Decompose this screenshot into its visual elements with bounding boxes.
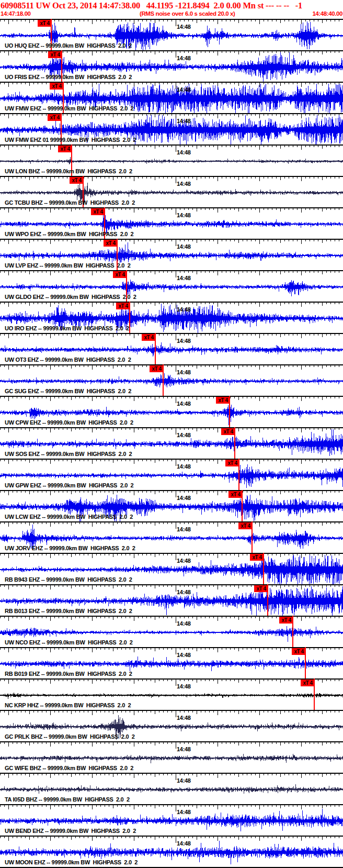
pick-flag[interactable]: xT 4 [50, 83, 64, 90]
pick-flag[interactable]: xT 4 [48, 51, 62, 58]
axis-ticks [1, 553, 343, 560]
pick-flag[interactable]: xT 4 [142, 334, 156, 341]
pick-flag[interactable]: xT 4 [116, 303, 130, 309]
minute-label: 14:48 [177, 495, 191, 501]
station-label: RB B019 EHZ -- 99999.0km BW HIGHPASS 2.0… [5, 671, 132, 677]
minute-label: 14:48 [177, 809, 191, 815]
axis-ticks [1, 805, 343, 811]
pick-flag[interactable]: xT 4 [58, 146, 72, 152]
minute-label: 14:48 [177, 715, 191, 721]
pick-flag[interactable]: xT 4 [225, 460, 239, 466]
waveform-trace [1, 693, 343, 699]
minute-label: 14:48 [177, 778, 191, 784]
pick-flag[interactable]: xT 4 [301, 680, 315, 686]
minute-label: 14:48 [177, 558, 191, 564]
station-label: UW FMW EHZ -- 99999.0km BW HIGHPASS 2.0 … [5, 106, 133, 112]
station-label: UW WPO EHZ -- 99999.0km BW HIGHPASS 2.0 … [5, 231, 133, 237]
station-label: GC SUG EHZ -- 99999.0km BW HIGHPASS 2.0 … [5, 388, 131, 394]
station-label: GC WIFE BHZ -- 99999.0km BW HIGHPASS 2.0… [5, 765, 133, 771]
pick-flag[interactable]: xT 4 [216, 397, 230, 404]
minute-label: 14:48 [177, 589, 191, 595]
axis-ticks [1, 742, 343, 749]
axis-ticks [1, 679, 343, 686]
trace-row: xT 414:48RB B943 EHZ -- 99999.0km BW HIG… [0, 553, 343, 584]
minute-label: 14:48 [177, 432, 191, 438]
axis-ticks [1, 239, 343, 246]
trace-row: xT 414:48GC SUG EHZ -- 99999.0km BW HIGH… [0, 364, 343, 396]
event-header: 60908511 UW Oct 23, 2014 14:47:38.00 44.… [1, 1, 343, 11]
minute-label: 14:48 [177, 181, 191, 187]
scale-note: (RMS noise over 6.0 s scaled 20.0 x) [140, 10, 235, 17]
axis-ticks [1, 365, 343, 372]
station-label: GC TCBU BHZ -- 99999.0km BW HIGHPASS 2.0… [5, 200, 135, 206]
axis-ticks [1, 459, 343, 466]
axis-ticks [1, 271, 343, 277]
trace-row: 14:48TA I05D BHZ -- 99999.0km BW HIGHPAS… [0, 773, 343, 804]
trace-row: xT 414:48UW LON BHZ -- 99999.0km BW HIGH… [0, 144, 343, 176]
minute-label: 14:48 [177, 370, 191, 375]
axis-ticks [1, 302, 343, 309]
minute-label: 14:48 [177, 150, 191, 155]
trace-row: xT 414:48UO IRO EHZ -- 99999.0km BW HIGH… [0, 302, 343, 333]
axis-ticks [1, 176, 343, 183]
waveform-trace [1, 784, 343, 794]
pick-flag[interactable]: xT 4 [48, 114, 62, 121]
pick-flag[interactable]: xT 4 [91, 208, 105, 215]
pick-flag[interactable]: xT 4 [113, 271, 127, 278]
station-label: TA I05D BHZ -- 99999.0km BW HIGHPASS 2.0… [5, 797, 130, 803]
trace-row: xT 414:48UO FRIS EHZ -- 99999.0km BW HIG… [0, 50, 343, 82]
station-label: UW GPW EHZ -- 99999.0km BW HIGHPASS 2.0 … [5, 483, 133, 488]
trace-row: 14:48UW BEND EHZ -- 99999.0km BW HIGHPAS… [0, 804, 343, 836]
trace-row: xT 414:48UW SOS EHZ -- 99999.0km BW HIGH… [0, 427, 343, 459]
minute-label: 14:48 [177, 652, 191, 658]
axis-ticks [1, 145, 343, 152]
pick-flag[interactable]: xT 4 [150, 365, 164, 372]
pick-flag[interactable]: xT 4 [254, 585, 268, 592]
station-label: UW LCW EHZ -- 99999.0km BW HIGHPASS 2.0 … [5, 514, 133, 520]
pick-flag[interactable]: xT 4 [228, 491, 243, 498]
waveform-trace [1, 157, 343, 165]
minute-label: 14:48 [177, 87, 191, 93]
pick-flag[interactable]: xT 4 [279, 617, 293, 624]
station-label: UW OT3 EHZ -- 99999.0km BW HIGHPASS 2.0 … [5, 357, 131, 363]
trace-row: xT 414:48UW LCW EHZ -- 99999.0km BW HIGH… [0, 490, 343, 521]
trace-row: xT 414:48UW FMW EHZ -- 99999.0km BW HIGH… [0, 82, 343, 113]
station-label: UO HUQ EHZ -- 99999.0km BW HIGHPASS 2.0 … [5, 43, 132, 49]
pick-flag[interactable]: xT 4 [292, 648, 306, 655]
minute-label: 14:48 [177, 118, 191, 124]
window-end-time: 14:48:40.00 [312, 10, 342, 17]
axis-ticks [1, 333, 343, 340]
waveform-trace [1, 754, 343, 763]
minute-label: 14:48 [177, 841, 191, 847]
pick-flag[interactable]: xT 4 [104, 240, 118, 247]
axis-ticks [1, 428, 343, 435]
station-label: UW NCO EHZ -- 99999.0km BW HIGHPASS 2.0 … [5, 640, 133, 646]
axis-ticks [1, 208, 343, 215]
minute-label: 14:48 [177, 55, 191, 61]
station-label: UO FRIS EHZ -- 99999.0km BW HIGHPASS 2.0… [5, 74, 132, 80]
pick-flag[interactable]: xT 4 [250, 554, 264, 561]
minute-label: 14:48 [177, 244, 191, 250]
station-label: UW FMW EHZ 01 99999.0km BW HIGHPASS 2.0 … [5, 137, 136, 143]
station-label: UO IRO EHZ -- 99999.0km BW HIGHPASS 2.0 … [5, 326, 129, 331]
minute-label: 14:48 [177, 338, 191, 344]
waveform-trace [1, 373, 343, 389]
minute-label: 14:48 [177, 307, 191, 313]
trace-row: xT 414:48UW GPW EHZ -- 99999.0km BW HIGH… [0, 459, 343, 490]
waveform-trace [1, 656, 343, 671]
trace-row: xT 414:48UW FMW EHZ 01 99999.0km BW HIGH… [0, 113, 343, 144]
axis-ticks [1, 396, 343, 403]
pick-flag[interactable]: xT 4 [221, 428, 235, 435]
pick-flag[interactable]: xT 4 [238, 522, 253, 529]
pick-flag[interactable]: xT 4 [38, 20, 52, 27]
pick-flag[interactable]: xT 4 [70, 177, 84, 184]
minute-label: 14:48 [177, 527, 191, 532]
station-label: UW JORV EHZ -- 99999.0km BW HIGHPASS 2.0… [5, 546, 135, 551]
trace-row: xT 414:48UW OT3 EHZ -- 99999.0km BW HIGH… [0, 333, 343, 364]
station-label: UW CPW EHZ -- 99999.0km BW HIGHPASS 2.0 … [5, 420, 133, 426]
minute-label: 14:48 [177, 684, 191, 689]
axis-ticks [1, 522, 343, 529]
station-label: UW GLDO EHZ -- 99999.0km BW HIGHPASS 2.0… [5, 294, 136, 300]
station-label: UW SOS EHZ -- 99999.0km BW HIGHPASS 2.0 … [5, 451, 132, 457]
trace-row: xT 414:48UW WPO EHZ -- 99999.0km BW HIGH… [0, 207, 343, 239]
